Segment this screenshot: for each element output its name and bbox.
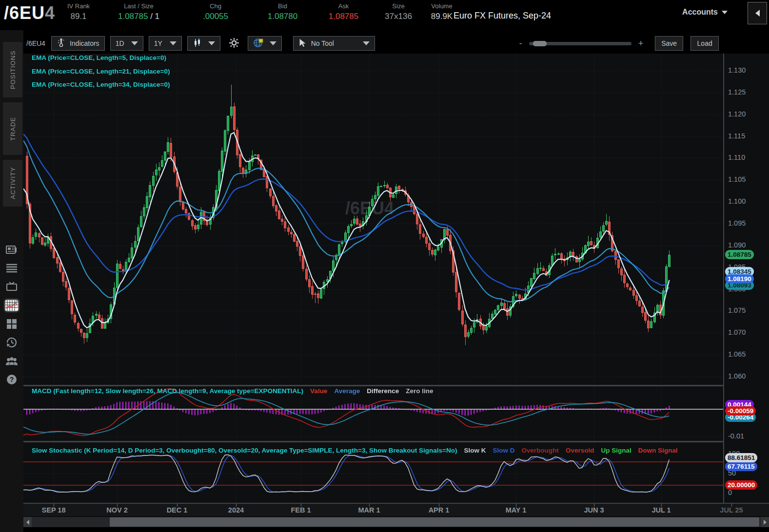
price-axis-tick: 1.105 [728,175,746,183]
timeframe-dropdown[interactable]: 1D [110,36,143,51]
price-axis-tick: 1.060 [728,372,746,380]
quote-field-bid: Bid1.08780 [252,2,313,23]
macd-axis-tick: -0.01 [728,432,744,440]
triangle-left-icon [26,520,29,525]
stoch-badge: 67.76115 [725,462,757,471]
price-axis-tick: 1.095 [728,219,746,227]
time-axis-label: APR 1 [429,506,450,514]
chart-icon[interactable] [5,299,19,312]
sidebar-tab-positions[interactable]: POSITIONS [3,42,22,97]
quote-field-label: Ask [313,2,374,10]
cursor-icon [298,38,307,49]
quote-field-label: Size [374,2,423,10]
chevron-down-icon [170,41,177,45]
watchlist-icon[interactable] [5,262,19,275]
zoom-control: - + [519,38,644,49]
quote-field-last-size: Last / Size1.08785 / 1 [99,2,179,23]
stoch-badge: 88.61851 [725,453,757,462]
quote-field-label: Volume [423,2,461,10]
price-axis-tick: 1.100 [728,197,746,205]
ema-study-label-34: EMA (Price=CLOSE, Length=34, Displace=0) [32,81,170,88]
gear-icon [229,38,239,50]
dashboard-icon[interactable] [5,318,19,330]
candlestick-chart-icon [193,38,202,49]
price-axis-tick: 1.090 [728,241,746,249]
quote-field-value: 1.08785 / 1 [99,10,179,23]
macd-legend-zero-line: Zero line [406,387,433,395]
macd-study-label: MACD (Fast length=12, Slow length=26, MA… [32,387,303,395]
scroll-left-arrow[interactable] [23,517,32,527]
news-icon[interactable] [5,244,19,256]
scrollbar-thumb[interactable] [110,517,759,527]
stoch-legend-up-signal: Up Signal [601,447,631,454]
quote-field-value: 89.1 [59,10,99,23]
accounts-menu[interactable]: Accounts [682,8,728,17]
help-icon[interactable]: ? [5,373,19,386]
zoom-slider-thumb[interactable] [533,41,547,46]
toolbar-symbol-label: /6EU4 [26,39,45,47]
indicators-button[interactable]: Indicators [51,36,105,51]
chart-horizontal-scrollbar[interactable] [23,517,769,527]
macd-badge: -0.00059 [725,406,756,416]
ema-study-label-21: EMA (Price=CLOSE, Length=21, Displace=0) [32,68,170,75]
monitor-icon[interactable] [5,281,19,293]
price-chart-canvas[interactable] [23,54,723,503]
indicators-beaker-icon [57,38,66,49]
sidebar-tab-activity[interactable]: ACTIVITY [3,160,22,207]
range-dropdown[interactable]: 1Y [149,36,182,51]
zoom-out-button[interactable]: - [519,38,522,49]
quote-field-label: Chg [179,2,252,10]
quote-field-value: 1.08785 [313,10,374,23]
time-axis-label: NOV 2 [106,506,128,514]
zoom-in-button[interactable]: + [638,38,644,49]
range-value: 1Y [154,39,162,47]
symbol-title: /6EU4 [4,3,55,23]
macd-legend-value: Value [310,387,327,395]
stoch-badge: 20.00000 [725,480,757,490]
timeframe-value: 1D [116,39,124,47]
price-axis-tick: 1.110 [728,153,745,161]
macd-study-row: MACD (Fast length=12, Slow length=26, MA… [32,387,440,395]
save-button[interactable]: Save [655,36,683,51]
scroll-right-arrow[interactable] [761,517,769,527]
left-sidebar: POSITIONSTRADEACTIVITY ? [0,30,23,532]
stoch-legend-slow-d: Slow D [493,447,514,454]
macd-legend-difference: Difference [367,387,399,395]
quote-field-chg: Chg.00055 [179,2,252,23]
quote-field-label: Bid [252,2,313,10]
load-button[interactable]: Load [690,36,719,51]
stoch-legend-slow-k: Slow K [464,447,486,454]
history-icon[interactable] [5,336,19,349]
collapse-panel-button[interactable] [748,2,767,24]
price-axis-tick: 1.075 [728,306,746,314]
community-icon[interactable] [5,355,19,367]
quote-field-value: 1.08780 [252,10,313,23]
quote-field-iv-rank: IV Rank89.1 [59,2,99,23]
chevron-left-icon [755,10,760,17]
sidebar-tab-trade[interactable]: TRADE [3,102,22,155]
price-badge: 1.08190 [725,274,754,284]
stoch-legend-oversold: Oversold [566,447,594,454]
drawing-tool-dropdown[interactable]: No Tool [293,36,375,51]
stoch-study-row: Slow Stochastic (K Period=14, D Period=3… [32,447,685,454]
quote-field-ask: Ask1.08785 [313,2,374,23]
time-axis-label: 2024 [228,506,244,514]
stoch-axis-tick: 0 [728,489,732,496]
zoom-slider-track[interactable] [529,42,631,45]
stoch-legend-overbought: Overbought [521,447,559,454]
time-axis-label: MAY 1 [506,506,527,514]
triangle-right-icon [764,520,767,525]
stoch-study-label: Slow Stochastic (K Period=14, D Period=3… [32,447,457,454]
ema-study-label-5: EMA (Price=CLOSE, Length=5, Displace=0) [32,54,166,61]
time-axis-label: FEB 1 [291,506,311,514]
quote-field-size: Size37x136 [374,2,423,23]
chart-type-dropdown[interactable] [187,36,220,51]
settings-gear-button[interactable] [226,36,242,51]
quote-header: /6EU4 IV Rank89.1Last / Size1.08785 / 1C… [0,0,769,30]
price-axis-tick: 1.125 [728,88,746,96]
grid-style-dropdown[interactable] [248,36,282,51]
price-axis-tick: 1.130 [728,66,746,74]
stoch-legend-down-signal: Down Signal [638,447,678,454]
quote-field-value: 37x136 [374,10,423,23]
macd-legend-average: Average [334,387,360,395]
